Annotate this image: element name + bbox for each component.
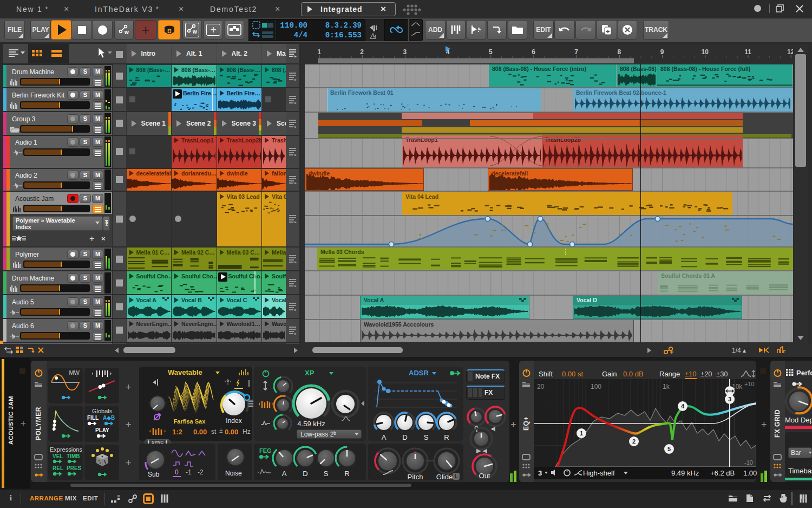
svg-text:20: 20	[537, 383, 545, 390]
svg-text:2: 2	[360, 48, 364, 56]
svg-text:5: 5	[667, 446, 671, 452]
svg-text:12: 12	[787, 48, 793, 56]
svg-text:8: 8	[618, 48, 621, 56]
svg-text:1k: 1k	[663, 383, 670, 390]
svg-text:4: 4	[681, 403, 685, 409]
svg-text:+10: +10	[744, 381, 755, 387]
svg-text:5: 5	[489, 48, 493, 56]
svg-text:9: 9	[660, 48, 664, 56]
svg-text:11: 11	[744, 48, 751, 56]
svg-text:7: 7	[574, 48, 578, 56]
svg-text:3: 3	[403, 48, 407, 56]
svg-text:-10: -10	[744, 459, 753, 466]
svg-text:2: 2	[632, 438, 636, 445]
svg-text:10: 10	[702, 48, 709, 56]
svg-text:1: 1	[317, 48, 321, 56]
svg-text:w: w	[124, 29, 129, 35]
svg-text:6: 6	[532, 48, 535, 56]
svg-text:100: 100	[591, 383, 601, 390]
svg-text:1: 1	[580, 430, 583, 437]
svg-text:3: 3	[728, 396, 731, 402]
svg-text:w: w	[192, 29, 197, 35]
